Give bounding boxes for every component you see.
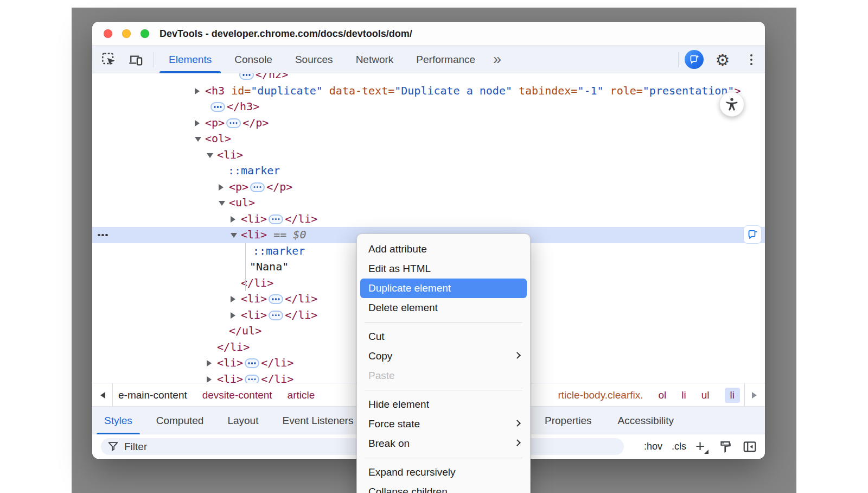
code-token-tag: <li> [217,372,243,383]
expand-arrow-icon[interactable] [231,312,235,319]
inline-expand-ellipsis-button[interactable] [239,73,254,80]
breadcrumb-item[interactable]: e-main-content [118,389,187,401]
dom-tree-row[interactable]: <li> [92,147,765,163]
menu-item-cut[interactable]: Cut [357,327,530,346]
device-toolbar-icon[interactable] [128,52,143,67]
titlebar: DevTools - developer.chrome.com/docs/dev… [92,22,765,46]
code-token-tag: </li> [217,340,250,353]
zoom-button[interactable] [141,29,149,38]
dom-tree-row[interactable]: <p></p> [92,179,765,195]
ai-assistant-button[interactable] [685,50,704,69]
dom-tree-row[interactable]: <li></li> [92,211,765,227]
code-token-tag: <li> [241,308,267,321]
dom-tree-row[interactable]: <h3 id="duplicate" data-text="Duplicate … [92,83,765,99]
sidebar-tab-accessibility[interactable]: Accessibility [606,407,686,435]
expand-arrow-icon[interactable] [207,360,212,366]
breadcrumb-scroll-right-button[interactable] [744,383,764,407]
tab-performance[interactable]: Performance [405,46,487,73]
dom-tree-row[interactable]: </h3> [92,99,765,115]
menu-item-hide-element[interactable]: Hide element [357,395,530,414]
inline-expand-ellipsis-button[interactable] [269,311,283,320]
settings-gear-icon[interactable] [713,50,732,69]
filter-controls: :hov .cls + [644,434,757,459]
dom-tree-row[interactable]: <p></p> [92,115,765,131]
sidebar-tab-layout[interactable]: Layout [215,407,270,435]
expand-arrow-icon[interactable] [195,88,200,94]
code-token-tag: </p> [266,180,292,193]
inline-expand-ellipsis-button[interactable] [269,214,283,224]
more-options-kebab-icon[interactable] [743,50,760,69]
collapse-arrow-icon[interactable] [207,153,213,158]
collapse-arrow-icon[interactable] [219,201,225,206]
menu-item-break-on[interactable]: Break on [357,434,530,453]
inline-expand-ellipsis-button[interactable] [226,118,241,128]
inline-expand-ellipsis-button[interactable] [269,294,283,304]
more-tabs-icon[interactable]: » [487,46,508,73]
sidebar-tab-styles[interactable]: Styles [92,407,144,435]
breadcrumb-item-selected[interactable]: li [725,388,740,403]
close-button[interactable] [104,29,112,38]
ai-hint-icon[interactable] [743,225,762,244]
code-token-plain: "Nana" [250,260,289,273]
devtools-toolbar: ElementsConsoleSourcesNetworkPerformance… [92,46,765,73]
tab-console[interactable]: Console [223,46,284,73]
menu-item-copy[interactable]: Copy [357,346,530,366]
tab-sources[interactable]: Sources [284,46,344,73]
menu-item-collapse-children[interactable]: Collapse children [357,482,530,493]
breadcrumb-right-group: rticle-body.clearfix.olliulli [558,383,740,407]
code-token-tag: <ol> [205,132,231,145]
code-token-dollar: $0 [293,228,306,241]
menu-item-delete-element[interactable]: Delete element [357,298,530,318]
expand-arrow-icon[interactable] [207,376,212,383]
breadcrumb-item[interactable]: devsite-content [202,389,272,401]
right-arrow-icon [752,392,757,399]
expand-arrow-icon[interactable] [231,296,235,302]
code-token-tag: </li> [285,212,317,225]
sidebar-tab-event-listeners[interactable]: Event Listeners [270,407,365,435]
context-menu: Add attributeEdit as HTMLDuplicate eleme… [356,233,531,493]
code-token-attr: data-text= [329,84,394,97]
breadcrumb-item[interactable]: rticle-body.clearfix. [558,389,643,401]
tab-network[interactable]: Network [344,46,405,73]
code-token-plain [225,84,231,97]
dom-tree-row[interactable]: </h2> [92,73,765,83]
new-style-rule-button[interactable]: + [695,439,709,454]
dom-tree-row[interactable]: <ol> [92,131,765,147]
inspect-element-icon[interactable] [101,52,117,67]
rendering-brush-icon[interactable] [718,439,733,454]
menu-item-force-state[interactable]: Force state [357,414,530,434]
menu-item-duplicate-element[interactable]: Duplicate element [360,279,527,298]
expand-arrow-icon[interactable] [231,216,235,223]
breadcrumb-scroll-left-button[interactable] [93,383,113,407]
node-options-dots-icon[interactable] [98,234,100,237]
code-token-marker: ::marker [228,164,280,177]
breadcrumb-item[interactable]: ol [659,389,667,401]
inline-expand-ellipsis-button[interactable] [245,375,259,383]
sidebar-tab-computed[interactable]: Computed [144,407,216,435]
tab-elements[interactable]: Elements [157,46,223,73]
menu-item-add-attribute[interactable]: Add attribute [357,239,530,259]
toggle-sidebar-icon[interactable] [742,439,757,454]
collapse-arrow-icon[interactable] [195,137,201,142]
breadcrumb-item[interactable]: ul [701,389,710,401]
inline-expand-ellipsis-button[interactable] [250,182,265,192]
dom-tree-row[interactable]: ::marker [92,163,765,179]
element-classes-button[interactable]: .cls [672,441,686,452]
expand-arrow-icon[interactable] [219,184,224,191]
minimize-button[interactable] [122,29,131,38]
inline-expand-ellipsis-button[interactable] [245,358,259,368]
breadcrumb-item[interactable]: li [681,389,686,401]
inline-expand-ellipsis-button[interactable] [210,102,225,112]
expand-arrow-icon[interactable] [195,120,200,127]
panel-tabs: ElementsConsoleSourcesNetworkPerformance… [157,46,508,73]
menu-item-expand-recursively[interactable]: Expand recursively [357,463,530,482]
breadcrumb-item[interactable]: article [288,389,315,401]
collapse-arrow-icon[interactable] [231,233,237,238]
code-token-tag: </h3> [227,100,259,113]
dom-tree-row[interactable]: <ul> [92,195,765,211]
menu-item-edit-as-html[interactable]: Edit as HTML [357,259,530,279]
code-token-marker: ::marker [253,244,305,257]
toggle-element-state-button[interactable]: :hov [644,441,662,452]
code-token-tag: <li> [241,212,267,225]
sidebar-tab-properties[interactable]: Properties [533,407,604,435]
